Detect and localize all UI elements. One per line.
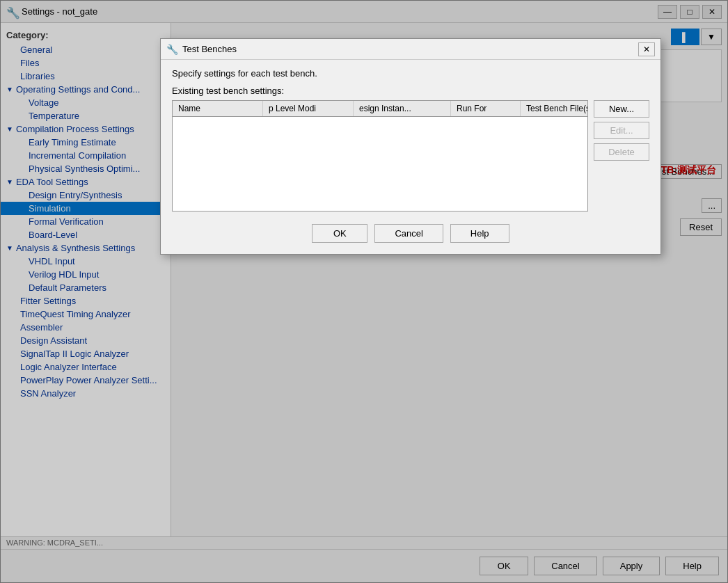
dialog-close-button[interactable]: ✕ (638, 42, 655, 56)
dialog-title-bar: 🔧 Test Benches ✕ (161, 39, 660, 60)
col-run-for: Run For (451, 101, 521, 116)
col-file: Test Bench File(s) (521, 101, 587, 116)
table-header: Name p Level Modi esign Instan... Run Fo… (173, 101, 587, 117)
dialog-ok-button[interactable]: OK (312, 224, 367, 243)
existing-settings-label: Existing test bench settings: (172, 86, 649, 96)
dialog-description: Specify settings for each test bench. (172, 68, 649, 79)
dialog-body: Specify settings for each test bench. Ex… (161, 60, 660, 254)
delete-button[interactable]: Delete (594, 143, 649, 161)
table-body (173, 117, 587, 186)
dialog-help-button[interactable]: Help (450, 224, 509, 243)
test-bench-table: Name p Level Modi esign Instan... Run Fo… (172, 100, 588, 211)
edit-button[interactable]: Edit... (594, 122, 649, 139)
dialog-title-text: Test Benches (182, 44, 634, 54)
col-level-mode: p Level Modi (263, 101, 354, 116)
col-name: Name (173, 101, 263, 116)
dialog-action-buttons: New... Edit... Delete (594, 100, 649, 161)
dialog-cancel-button[interactable]: Cancel (374, 224, 443, 243)
new-button[interactable]: New... (594, 100, 649, 118)
test-benches-dialog: 🔧 Test Benches ✕ Specify settings for ea… (160, 38, 661, 255)
dialog-title-icon: 🔧 (166, 44, 178, 55)
table-and-buttons: Name p Level Modi esign Instan... Run Fo… (172, 100, 649, 218)
dialog-bottom-buttons: OK Cancel Help (172, 218, 649, 246)
col-design-instance: esign Instan... (354, 101, 451, 116)
